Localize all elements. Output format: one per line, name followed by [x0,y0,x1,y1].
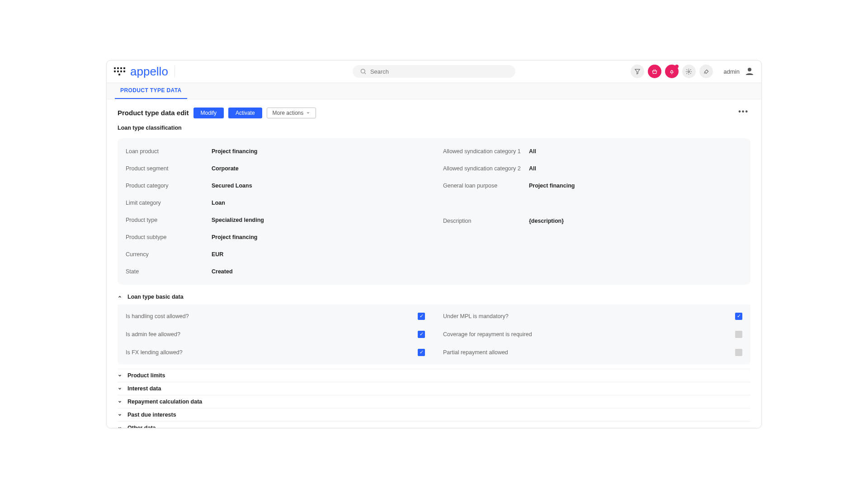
field-label: Allowed syndication category 2 [443,165,529,172]
accordion-item[interactable]: Interest data [118,382,750,395]
field-label: State [126,268,212,275]
field-value: All [529,165,536,172]
field-row: Description{description} [443,218,742,224]
logo[interactable]: appello [130,66,175,77]
accordion-label: Other data [127,425,156,428]
svg-point-3 [688,70,690,72]
chevron-down-icon [306,111,310,115]
field-row: Allowed syndication category 2All [443,165,742,172]
check-row: Is FX lending allowed?✓ [126,349,425,356]
accordion-item[interactable]: Repayment calculation data [118,395,750,408]
field-label: Product subtype [126,234,212,240]
accordion-item[interactable]: Other data [118,421,750,428]
accordion-label: Repayment calculation data [127,399,202,405]
accordion-item[interactable]: Past due interests [118,408,750,421]
checkbox[interactable]: ✓ [735,313,742,320]
tools-icon[interactable] [699,65,713,78]
field-row: Product categorySecured Loans [126,183,425,189]
chevron-up-icon [118,295,123,299]
field-row: StateCreated [126,268,425,275]
checkbox[interactable] [735,331,742,338]
field-value: Created [212,268,233,275]
checkbox[interactable]: ✓ [418,331,425,338]
accordion-label: Interest data [127,385,161,392]
field-value: Secured Loans [212,183,252,189]
field-label: Is admin fee allowed? [126,331,418,338]
field-value: Project financing [212,234,257,240]
search-input-wrap[interactable] [353,65,515,78]
accordion-label: Product limits [127,372,165,379]
chevron-down-icon [118,399,123,404]
search-icon [360,68,367,75]
activate-button[interactable]: Activate [228,108,262,118]
accordion-basic-data[interactable]: Loan type basic data [118,292,750,302]
field-row: Loan productProject financing [126,148,425,155]
field-row: Limit categoryLoan [126,200,425,206]
section-classification-heading: Loan type classification [118,125,750,131]
avatar-icon[interactable] [744,66,755,77]
page-title: Product type data edit [118,109,189,117]
filter-icon[interactable] [631,65,644,78]
check-row: Is handling cost allowed?✓ [126,313,425,320]
field-value: Corporate [212,165,239,172]
field-value: All [529,148,536,155]
chevron-down-icon [118,373,123,378]
field-value: EUR [212,251,223,258]
check-row: Is admin fee allowed?✓ [126,331,425,338]
accordion-basic-heading: Loan type basic data [127,294,184,300]
modify-button[interactable]: Modify [193,108,224,118]
gear-icon[interactable] [682,65,696,78]
field-label: Limit category [126,200,212,206]
field-label: Coverage for repayment is required [443,331,735,338]
field-label: Is FX lending allowed? [126,349,418,356]
field-row: Product typeSpecialized lending [126,217,425,223]
field-row: CurrencyEUR [126,251,425,258]
field-label: Product category [126,183,212,189]
checkbox[interactable]: ✓ [418,349,425,356]
field-label: Is handling cost allowed? [126,313,418,319]
field-label: Loan product [126,148,212,155]
tab-product-type-data[interactable]: PRODUCT TYPE DATA [115,83,187,99]
field-row: Product subtypeProject financing [126,234,425,240]
field-label: Description [443,218,529,224]
chevron-down-icon [118,413,123,417]
more-actions-label: More actions [273,110,304,116]
field-label: Product segment [126,165,212,172]
field-label: Currency [126,251,212,258]
field-label: General loan purpose [443,183,529,189]
field-value: Specialized lending [212,217,264,223]
apps-icon[interactable] [113,65,126,78]
user-name: admin [724,68,740,75]
svg-point-4 [748,68,751,71]
field-label: Allowed syndication category 1 [443,148,529,155]
field-row: Allowed syndication category 1All [443,148,742,155]
search-input[interactable] [370,68,508,75]
checkbox[interactable]: ✓ [418,313,425,320]
notification-dot [675,65,679,68]
check-row: Coverage for repayment is required [443,331,742,338]
accordion-label: Past due interests [127,412,176,418]
field-row: Product segmentCorporate [126,165,425,172]
svg-line-1 [364,73,366,74]
bell-icon[interactable] [665,65,679,78]
field-label: Product type [126,217,212,223]
svg-point-0 [361,69,365,73]
field-row [443,200,742,207]
field-label: Under MPL is mandatory? [443,313,735,319]
basket-icon[interactable] [648,65,661,78]
accordion-item[interactable]: Product limits [118,369,750,382]
svg-marker-2 [635,69,640,74]
checkbox[interactable] [735,349,742,356]
chevron-down-icon [118,386,123,391]
chevron-down-icon [118,426,123,428]
field-label: Partial repayment allowed [443,349,735,356]
field-value: Project financing [212,148,257,155]
field-value: Project financing [529,183,575,189]
more-menu-icon[interactable]: ••• [738,108,749,116]
more-actions-button[interactable]: More actions [267,108,316,118]
field-row: General loan purposeProject financing [443,183,742,189]
field-value: Loan [212,200,225,206]
field-value: {description} [529,218,564,224]
check-row: Under MPL is mandatory?✓ [443,313,742,320]
check-row: Partial repayment allowed [443,349,742,356]
